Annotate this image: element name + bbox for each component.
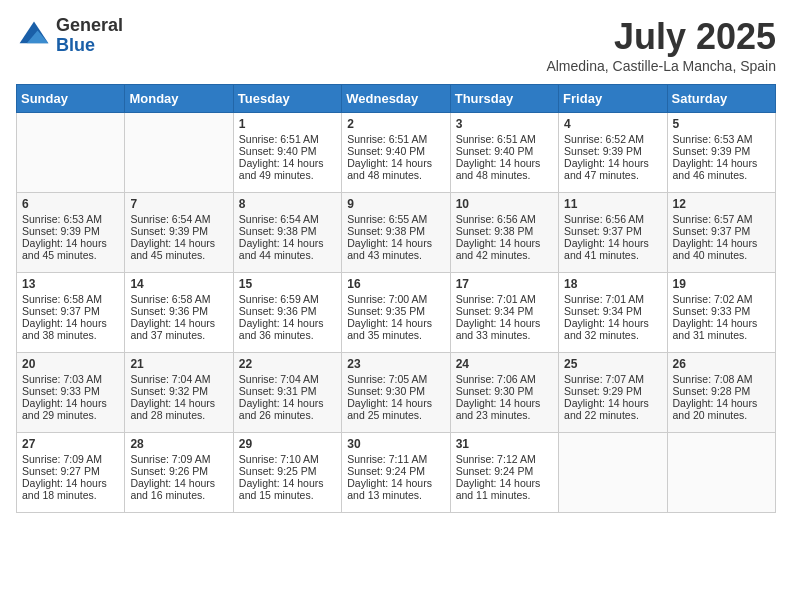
sunset-text: Sunset: 9:36 PM — [130, 305, 227, 317]
sunset-text: Sunset: 9:40 PM — [347, 145, 444, 157]
day-number: 30 — [347, 437, 444, 451]
calendar-cell: 23Sunrise: 7:05 AMSunset: 9:30 PMDayligh… — [342, 353, 450, 433]
sunset-text: Sunset: 9:36 PM — [239, 305, 336, 317]
sunrise-text: Sunrise: 6:51 AM — [347, 133, 444, 145]
logo-blue-text: Blue — [56, 36, 123, 56]
calendar-cell: 5Sunrise: 6:53 AMSunset: 9:39 PMDaylight… — [667, 113, 775, 193]
weekday-header-sunday: Sunday — [17, 85, 125, 113]
sunset-text: Sunset: 9:30 PM — [347, 385, 444, 397]
sunrise-text: Sunrise: 7:04 AM — [130, 373, 227, 385]
sunset-text: Sunset: 9:39 PM — [564, 145, 661, 157]
location: Almedina, Castille-La Mancha, Spain — [546, 58, 776, 74]
daylight-text: Daylight: 14 hours and 32 minutes. — [564, 317, 661, 341]
sunrise-text: Sunrise: 6:53 AM — [673, 133, 770, 145]
calendar-cell: 13Sunrise: 6:58 AMSunset: 9:37 PMDayligh… — [17, 273, 125, 353]
day-number: 7 — [130, 197, 227, 211]
weekday-header-monday: Monday — [125, 85, 233, 113]
calendar-cell: 6Sunrise: 6:53 AMSunset: 9:39 PMDaylight… — [17, 193, 125, 273]
week-row-1: 1Sunrise: 6:51 AMSunset: 9:40 PMDaylight… — [17, 113, 776, 193]
sunset-text: Sunset: 9:40 PM — [239, 145, 336, 157]
daylight-text: Daylight: 14 hours and 38 minutes. — [22, 317, 119, 341]
daylight-text: Daylight: 14 hours and 42 minutes. — [456, 237, 553, 261]
sunset-text: Sunset: 9:26 PM — [130, 465, 227, 477]
day-number: 31 — [456, 437, 553, 451]
weekday-header-thursday: Thursday — [450, 85, 558, 113]
calendar-cell: 4Sunrise: 6:52 AMSunset: 9:39 PMDaylight… — [559, 113, 667, 193]
logo-icon — [16, 18, 52, 54]
sunrise-text: Sunrise: 6:58 AM — [130, 293, 227, 305]
sunrise-text: Sunrise: 6:57 AM — [673, 213, 770, 225]
daylight-text: Daylight: 14 hours and 40 minutes. — [673, 237, 770, 261]
calendar-cell: 18Sunrise: 7:01 AMSunset: 9:34 PMDayligh… — [559, 273, 667, 353]
sunset-text: Sunset: 9:37 PM — [22, 305, 119, 317]
calendar-cell: 10Sunrise: 6:56 AMSunset: 9:38 PMDayligh… — [450, 193, 558, 273]
calendar-cell: 24Sunrise: 7:06 AMSunset: 9:30 PMDayligh… — [450, 353, 558, 433]
day-number: 9 — [347, 197, 444, 211]
sunrise-text: Sunrise: 7:02 AM — [673, 293, 770, 305]
sunrise-text: Sunrise: 7:03 AM — [22, 373, 119, 385]
day-number: 26 — [673, 357, 770, 371]
daylight-text: Daylight: 14 hours and 35 minutes. — [347, 317, 444, 341]
day-number: 5 — [673, 117, 770, 131]
logo-general-text: General — [56, 16, 123, 36]
sunset-text: Sunset: 9:31 PM — [239, 385, 336, 397]
day-number: 16 — [347, 277, 444, 291]
logo: General Blue — [16, 16, 123, 56]
sunrise-text: Sunrise: 6:54 AM — [130, 213, 227, 225]
calendar-cell: 2Sunrise: 6:51 AMSunset: 9:40 PMDaylight… — [342, 113, 450, 193]
sunset-text: Sunset: 9:37 PM — [673, 225, 770, 237]
sunrise-text: Sunrise: 7:09 AM — [22, 453, 119, 465]
day-number: 10 — [456, 197, 553, 211]
sunrise-text: Sunrise: 6:55 AM — [347, 213, 444, 225]
day-number: 12 — [673, 197, 770, 211]
day-number: 27 — [22, 437, 119, 451]
day-number: 23 — [347, 357, 444, 371]
calendar-cell: 12Sunrise: 6:57 AMSunset: 9:37 PMDayligh… — [667, 193, 775, 273]
daylight-text: Daylight: 14 hours and 15 minutes. — [239, 477, 336, 501]
daylight-text: Daylight: 14 hours and 11 minutes. — [456, 477, 553, 501]
sunrise-text: Sunrise: 7:01 AM — [456, 293, 553, 305]
day-number: 2 — [347, 117, 444, 131]
calendar-cell: 11Sunrise: 6:56 AMSunset: 9:37 PMDayligh… — [559, 193, 667, 273]
calendar-cell: 14Sunrise: 6:58 AMSunset: 9:36 PMDayligh… — [125, 273, 233, 353]
sunset-text: Sunset: 9:37 PM — [564, 225, 661, 237]
calendar-cell: 8Sunrise: 6:54 AMSunset: 9:38 PMDaylight… — [233, 193, 341, 273]
weekday-header-tuesday: Tuesday — [233, 85, 341, 113]
daylight-text: Daylight: 14 hours and 47 minutes. — [564, 157, 661, 181]
day-number: 15 — [239, 277, 336, 291]
daylight-text: Daylight: 14 hours and 45 minutes. — [22, 237, 119, 261]
sunset-text: Sunset: 9:28 PM — [673, 385, 770, 397]
day-number: 22 — [239, 357, 336, 371]
weekday-header-friday: Friday — [559, 85, 667, 113]
page-header: General Blue July 2025 Almedina, Castill… — [16, 16, 776, 74]
calendar-cell: 1Sunrise: 6:51 AMSunset: 9:40 PMDaylight… — [233, 113, 341, 193]
calendar-cell — [667, 433, 775, 513]
daylight-text: Daylight: 14 hours and 26 minutes. — [239, 397, 336, 421]
sunrise-text: Sunrise: 6:58 AM — [22, 293, 119, 305]
week-row-5: 27Sunrise: 7:09 AMSunset: 9:27 PMDayligh… — [17, 433, 776, 513]
calendar-table: SundayMondayTuesdayWednesdayThursdayFrid… — [16, 84, 776, 513]
daylight-text: Daylight: 14 hours and 23 minutes. — [456, 397, 553, 421]
sunset-text: Sunset: 9:24 PM — [456, 465, 553, 477]
calendar-cell: 3Sunrise: 6:51 AMSunset: 9:40 PMDaylight… — [450, 113, 558, 193]
sunrise-text: Sunrise: 7:08 AM — [673, 373, 770, 385]
sunrise-text: Sunrise: 6:51 AM — [456, 133, 553, 145]
calendar-cell: 22Sunrise: 7:04 AMSunset: 9:31 PMDayligh… — [233, 353, 341, 433]
sunrise-text: Sunrise: 7:05 AM — [347, 373, 444, 385]
sunrise-text: Sunrise: 6:56 AM — [456, 213, 553, 225]
sunset-text: Sunset: 9:30 PM — [456, 385, 553, 397]
sunset-text: Sunset: 9:27 PM — [22, 465, 119, 477]
calendar-cell: 27Sunrise: 7:09 AMSunset: 9:27 PMDayligh… — [17, 433, 125, 513]
calendar-cell: 21Sunrise: 7:04 AMSunset: 9:32 PMDayligh… — [125, 353, 233, 433]
day-number: 18 — [564, 277, 661, 291]
calendar-cell: 20Sunrise: 7:03 AMSunset: 9:33 PMDayligh… — [17, 353, 125, 433]
daylight-text: Daylight: 14 hours and 16 minutes. — [130, 477, 227, 501]
day-number: 11 — [564, 197, 661, 211]
sunrise-text: Sunrise: 7:11 AM — [347, 453, 444, 465]
day-number: 17 — [456, 277, 553, 291]
day-number: 21 — [130, 357, 227, 371]
day-number: 28 — [130, 437, 227, 451]
sunrise-text: Sunrise: 7:09 AM — [130, 453, 227, 465]
sunset-text: Sunset: 9:24 PM — [347, 465, 444, 477]
logo-text: General Blue — [56, 16, 123, 56]
